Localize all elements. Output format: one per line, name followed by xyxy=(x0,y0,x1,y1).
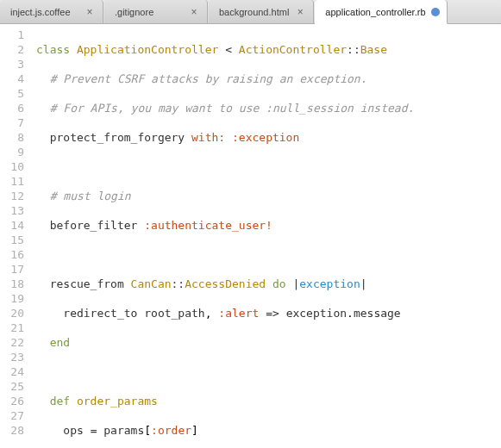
tab-background[interactable]: background.html × xyxy=(209,0,314,23)
code-line: before_filter :authenticate_user! xyxy=(36,218,501,233)
code-line: class ApplicationController < ActionCont… xyxy=(36,42,501,57)
line-number: 16 xyxy=(0,247,24,262)
line-number: 6 xyxy=(0,101,24,115)
line-number: 5 xyxy=(0,86,24,101)
code-line: # Prevent CSRF attacks by raising an exc… xyxy=(36,72,501,86)
tab-label: inject.js.coffee xyxy=(10,7,78,17)
tab-inject[interactable]: inject.js.coffee × xyxy=(0,0,103,23)
line-number: 2 xyxy=(0,42,24,57)
line-number: 3 xyxy=(0,57,24,72)
line-number: 21 xyxy=(0,320,24,335)
tab-label: .gitignore xyxy=(115,7,183,17)
tab-application-controller[interactable]: application_controller.rb xyxy=(315,0,447,24)
dirty-indicator-icon xyxy=(431,8,440,16)
code-line: # For APIs, you may want to use :null_se… xyxy=(36,101,501,115)
line-number-gutter: 1 2 3 4 5 6 7 8 9 10 11 12 13 14 15 16 1… xyxy=(0,24,31,448)
line-number: 28 xyxy=(0,423,24,438)
code-line: protect_from_forgery with: :exception xyxy=(36,130,501,145)
close-icon[interactable]: × xyxy=(294,6,306,18)
line-number: 13 xyxy=(0,203,24,218)
tab-bar: inject.js.coffee × .gitignore × backgrou… xyxy=(0,0,501,24)
line-number: 27 xyxy=(0,408,24,423)
code-line xyxy=(36,159,501,174)
line-number: 11 xyxy=(0,174,24,189)
line-number: 10 xyxy=(0,159,24,174)
code-line: end xyxy=(36,335,501,350)
line-number: 25 xyxy=(0,379,24,394)
line-number: 8 xyxy=(0,130,24,145)
line-number: 9 xyxy=(0,145,24,159)
line-number: 22 xyxy=(0,335,24,350)
code-line: redirect_to root_path, :alert => excepti… xyxy=(36,306,501,320)
code-editor[interactable]: 1 2 3 4 5 6 7 8 9 10 11 12 13 14 15 16 1… xyxy=(0,24,501,448)
code-line: rescue_from CanCan::AccessDenied do |exc… xyxy=(36,277,501,291)
line-number: 26 xyxy=(0,394,24,408)
line-number: 12 xyxy=(0,189,24,203)
line-number: 17 xyxy=(0,262,24,277)
code-line: # must login xyxy=(36,189,501,203)
line-number: 15 xyxy=(0,233,24,247)
line-number: 14 xyxy=(0,218,24,233)
code-area[interactable]: class ApplicationController < ActionCont… xyxy=(31,24,501,448)
line-number: 19 xyxy=(0,291,24,306)
tab-gitignore[interactable]: .gitignore × xyxy=(104,0,208,23)
tab-label: application_controller.rb xyxy=(325,7,425,17)
close-icon[interactable]: × xyxy=(188,6,200,18)
line-number: 24 xyxy=(0,364,24,379)
code-line: ops = params[:order] xyxy=(36,423,501,438)
tab-label: background.html xyxy=(219,7,289,17)
code-line xyxy=(36,247,501,262)
code-line: def order_params xyxy=(36,394,501,408)
close-icon[interactable]: × xyxy=(84,6,96,18)
code-line xyxy=(36,364,501,379)
line-number: 23 xyxy=(0,350,24,364)
line-number: 7 xyxy=(0,115,24,130)
line-number: 4 xyxy=(0,72,24,86)
line-number: 1 xyxy=(0,28,24,42)
line-number: 18 xyxy=(0,277,24,291)
line-number: 20 xyxy=(0,306,24,320)
